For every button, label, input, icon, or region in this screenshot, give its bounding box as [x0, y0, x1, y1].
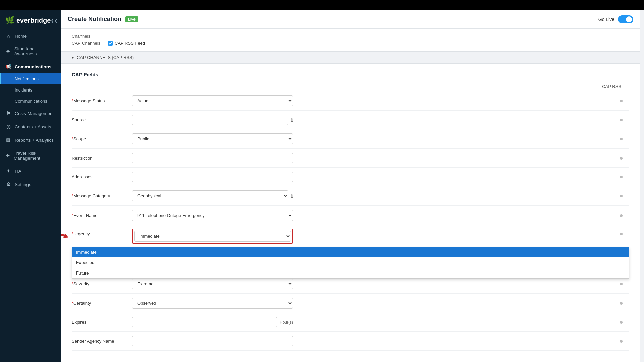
collapse-sidebar-button[interactable]: ❮❮ — [51, 18, 58, 23]
go-live-label: Go Live — [598, 17, 614, 22]
message-category-label: *Message Category — [72, 193, 132, 198]
event-name-cap-rss-dot — [620, 214, 623, 217]
home-icon: ⌂ — [5, 33, 11, 39]
logo-icon: 🌿 — [5, 16, 14, 25]
sidebar-logo: 🌿 everbridge ❮❮ — [0, 10, 61, 29]
restriction-label: Restriction — [72, 156, 132, 161]
expires-control: Hour(s) — [132, 317, 293, 327]
urgency-option-expected[interactable]: Expected — [72, 257, 629, 268]
message-status-cap-rss-dot — [620, 100, 623, 102]
urgency-control: Immediate Expected Future Immediate Expe… — [132, 229, 293, 244]
urgency-option-immediate[interactable]: Immediate — [72, 247, 629, 257]
event-name-select[interactable]: 911 Telephone Outage Emergency — [132, 210, 293, 221]
sidebar-item-label: Home — [15, 34, 27, 39]
situational-awareness-icon: ◈ — [5, 48, 11, 54]
channels-section: Channels: CAP Channels: CAP RSS Feed — [61, 29, 640, 51]
addresses-label: Addresses — [72, 174, 132, 179]
sidebar: 🌿 everbridge ❮❮ ⌂ Home ◈ Situational Awa… — [0, 10, 61, 362]
sidebar-item-notifications[interactable]: Notifications — [0, 73, 61, 84]
cap-section-header[interactable]: ▾ CAP CHANNELS (CAP RSS) — [61, 51, 640, 64]
main-content: Create Notification Live Go Live Channel… — [61, 10, 640, 362]
sidebar-item-communications[interactable]: 📢 Communications — [0, 60, 61, 73]
sidebar-item-settings[interactable]: ⚙ Settings — [0, 178, 61, 191]
sender-agency-name-input[interactable] — [132, 336, 293, 346]
sidebar-item-reports-analytics[interactable]: ▦ Reports + Analytics — [0, 133, 61, 147]
arrow-annotation — [61, 226, 72, 247]
message-category-select[interactable]: Geophysical Met Safety Security Rescue F… — [132, 190, 288, 201]
form-row-source: Source ℹ — [72, 111, 629, 129]
cap-rss-column-header: CAP RSS — [72, 84, 629, 89]
expires-suffix: Hour(s) — [280, 320, 293, 325]
cap-rss-label: CAP RSS Feed — [115, 41, 145, 46]
form-row-sender-agency-name: Sender Agency Name — [72, 332, 629, 351]
sidebar-item-label: Communications — [15, 64, 52, 69]
urgency-cap-rss-dot — [620, 233, 623, 235]
sidebar-item-communications-sub[interactable]: Communications — [0, 96, 61, 107]
logo-text: everbridge — [16, 17, 51, 24]
source-info-icon[interactable]: ℹ — [291, 117, 293, 123]
severity-select[interactable]: Extreme Severe Moderate Minor Unknown — [132, 278, 293, 289]
source-input[interactable] — [132, 115, 288, 125]
cap-rss-column-label: CAP RSS — [602, 84, 621, 89]
urgency-label: *Urgency — [72, 229, 132, 236]
urgency-highlight-box: Immediate Expected Future — [132, 229, 293, 244]
scrollbar[interactable] — [640, 10, 644, 362]
communications-icon: 📢 — [5, 64, 11, 70]
sidebar-item-incidents[interactable]: Incidents — [0, 84, 61, 96]
form-row-scope: *Scope Public Restricted Private — [72, 129, 629, 149]
chevron-down-icon: ▾ — [72, 55, 74, 60]
svg-marker-0 — [63, 233, 68, 238]
source-control: ℹ — [132, 115, 293, 125]
form-row-event-name: *Event Name 911 Telephone Outage Emergen… — [72, 206, 629, 225]
sidebar-item-contacts-assets[interactable]: ◎ Contacts + Assets — [0, 120, 61, 133]
top-bar — [0, 0, 644, 10]
header-right: Go Live — [598, 15, 633, 23]
scope-label: *Scope — [72, 136, 132, 141]
sender-agency-name-cap-rss-dot — [620, 340, 623, 343]
severity-label: *Severity — [72, 281, 132, 286]
header: Create Notification Live Go Live — [61, 10, 640, 29]
ita-icon: ✦ — [5, 168, 11, 174]
sidebar-item-situational-awareness[interactable]: ◈ Situational Awareness — [0, 43, 61, 60]
sidebar-item-home[interactable]: ⌂ Home — [0, 29, 61, 43]
sidebar-item-label: Situational Awareness — [14, 46, 56, 56]
severity-cap-rss-dot — [620, 283, 623, 285]
sidebar-item-travel-risk[interactable]: ✈ Travel Risk Management — [0, 147, 61, 164]
expires-input[interactable] — [132, 317, 277, 327]
sidebar-navigation: ⌂ Home ◈ Situational Awareness 📢 Communi… — [0, 29, 61, 362]
event-name-control: 911 Telephone Outage Emergency — [132, 210, 293, 221]
sidebar-item-label: Reports + Analytics — [15, 138, 54, 143]
sidebar-item-ita[interactable]: ✦ ITA — [0, 164, 61, 178]
sidebar-item-label: Travel Risk Management — [14, 150, 56, 161]
page-title: Create Notification — [68, 16, 121, 23]
urgency-option-future[interactable]: Future — [72, 268, 629, 278]
form-row-certainty: *Certainty Observed Likely Possible Unli… — [72, 294, 629, 313]
cap-rss-checkbox[interactable] — [108, 41, 113, 46]
sidebar-item-crisis-management[interactable]: ⚑ Crisis Management — [0, 107, 61, 120]
restriction-control — [132, 153, 293, 163]
restriction-input[interactable] — [132, 153, 293, 163]
sidebar-item-label: ITA — [15, 169, 21, 174]
scope-select[interactable]: Public Restricted Private — [132, 133, 293, 144]
message-category-control: Geophysical Met Safety Security Rescue F… — [132, 190, 293, 201]
reports-analytics-icon: ▦ — [5, 137, 11, 143]
form-row-expires: Expires Hour(s) — [72, 313, 629, 332]
travel-risk-icon: ✈ — [5, 153, 10, 159]
source-label: Source — [72, 117, 132, 122]
certainty-select[interactable]: Observed Likely Possible Unlikely Unknow… — [132, 298, 293, 309]
message-status-select[interactable]: Actual Exercise System Test Draft — [132, 95, 293, 106]
channels-row: Channels: — [72, 34, 629, 39]
logo: 🌿 everbridge — [5, 16, 51, 25]
sidebar-item-label: Incidents — [15, 87, 32, 93]
header-left: Create Notification Live — [68, 16, 138, 23]
certainty-label: *Certainty — [72, 301, 132, 306]
sidebar-item-label: Notifications — [15, 76, 39, 81]
addresses-input[interactable] — [132, 172, 293, 182]
scope-control: Public Restricted Private — [132, 133, 293, 144]
message-category-info-icon[interactable]: ℹ — [291, 193, 293, 199]
restriction-cap-rss-dot — [620, 157, 623, 160]
urgency-select[interactable]: Immediate Expected Future — [134, 231, 291, 242]
go-live-toggle[interactable] — [618, 15, 633, 23]
message-category-cap-rss-dot — [620, 195, 623, 197]
sidebar-item-label: Settings — [15, 182, 31, 187]
